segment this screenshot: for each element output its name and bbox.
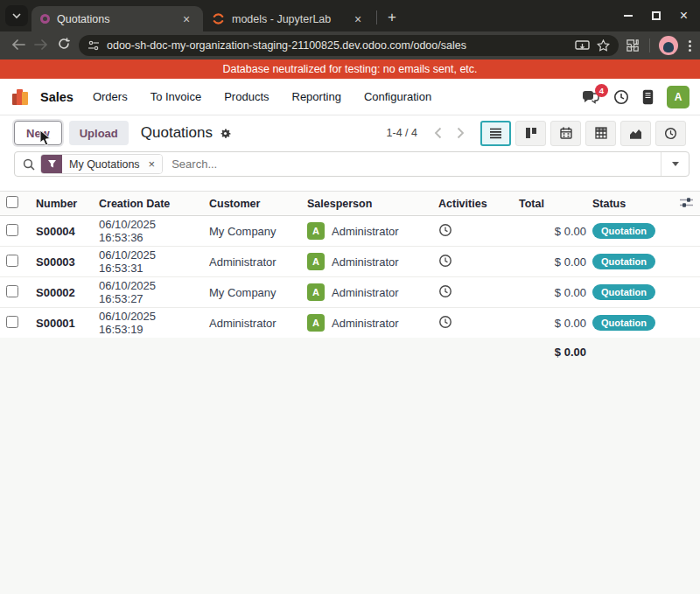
sales-app-icon[interactable] — [12, 87, 32, 107]
window-close-button[interactable]: × — [680, 11, 688, 20]
row-checkbox[interactable] — [6, 316, 18, 328]
view-settings-gear-icon[interactable] — [219, 127, 232, 140]
cell-customer[interactable]: My Company — [203, 216, 301, 247]
salesperson-name: Administrator — [332, 317, 399, 330]
cell-salesperson[interactable]: AAdministrator — [301, 308, 432, 339]
menu-to-invoice[interactable]: To Invoice — [150, 90, 202, 103]
cell-salesperson[interactable]: AAdministrator — [301, 277, 432, 308]
activity-clock-icon[interactable] — [438, 284, 452, 298]
window-maximize-button[interactable] — [652, 11, 661, 20]
cell-activities — [432, 277, 513, 308]
adjust-columns-icon[interactable] — [680, 197, 693, 208]
activity-clock-icon[interactable] — [438, 254, 452, 268]
extensions-puzzle-icon[interactable] — [626, 38, 640, 53]
search-bar[interactable]: My Quotations × — [14, 151, 690, 177]
menu-products[interactable]: Products — [224, 90, 269, 103]
url-bar[interactable]: odoo-sh-doc-my-organization-staging-2110… — [79, 35, 619, 56]
mobile-device-icon — [642, 89, 654, 105]
table-row[interactable]: S00004 06/10/2025 16:53:36 My Company AA… — [0, 216, 700, 247]
search-dropdown-toggle[interactable] — [661, 152, 689, 176]
window-minimize-button[interactable] — [624, 15, 633, 17]
cell-customer[interactable]: Administrator — [203, 308, 301, 339]
cell-creation-date[interactable]: 06/10/2025 16:53:27 — [93, 277, 203, 308]
activity-view-button[interactable] — [655, 121, 686, 146]
salesperson-name: Administrator — [332, 225, 399, 238]
messages-button[interactable]: 4 — [581, 89, 600, 105]
cell-total[interactable]: $ 0.00 — [513, 277, 586, 308]
activities-button[interactable] — [613, 89, 629, 105]
list-view-button[interactable] — [480, 121, 511, 146]
screencast-icon[interactable] — [575, 40, 590, 52]
tab-close-icon[interactable]: × — [350, 12, 366, 26]
cell-salesperson[interactable]: AAdministrator — [301, 247, 432, 277]
cell-number[interactable]: S00002 — [30, 277, 93, 308]
header-salesperson[interactable]: Salesperson — [301, 192, 432, 216]
cell-creation-date[interactable]: 06/10/2025 16:53:31 — [93, 247, 203, 277]
tab-quotations[interactable]: Quotations × — [32, 6, 203, 31]
header-status[interactable]: Status — [586, 192, 674, 216]
cell-total[interactable]: $ 0.00 — [513, 247, 586, 277]
cell-activities — [432, 216, 513, 247]
user-avatar[interactable]: A — [667, 86, 690, 108]
menu-configuration[interactable]: Configuration — [364, 90, 431, 103]
row-checkbox-cell — [0, 247, 30, 277]
back-button[interactable] — [7, 38, 30, 53]
row-checkbox[interactable] — [6, 285, 18, 297]
mouse-cursor — [39, 129, 53, 147]
pager-next-button[interactable] — [449, 122, 472, 144]
status-badge: Quotation — [592, 315, 655, 331]
cell-total[interactable]: $ 0.00 — [513, 308, 586, 339]
cell-activities — [432, 308, 513, 339]
select-all-checkbox[interactable] — [6, 196, 18, 208]
cell-number[interactable]: S00004 — [30, 216, 93, 247]
header-activities[interactable]: Activities — [432, 192, 513, 216]
tab-jupyterlab[interactable]: models - JupyterLab × — [203, 6, 374, 31]
cell-salesperson[interactable]: AAdministrator — [301, 216, 432, 247]
upload-button[interactable]: Upload — [69, 121, 129, 145]
reload-button[interactable] — [52, 38, 75, 53]
url-text[interactable]: odoo-sh-doc-my-organization-staging-2110… — [107, 39, 568, 52]
browser-menu-button[interactable] — [687, 38, 693, 53]
table-row[interactable]: S00001 06/10/2025 16:53:19 Administrator… — [0, 308, 700, 339]
header-creation-date[interactable]: Creation Date — [93, 192, 203, 216]
row-checkbox[interactable] — [6, 255, 18, 267]
salesperson-avatar: A — [307, 253, 325, 270]
forward-button[interactable] — [30, 38, 52, 53]
tab-search-button[interactable] — [5, 5, 28, 26]
calendar-view-button[interactable] — [550, 121, 581, 146]
app-name[interactable]: Sales — [40, 90, 74, 104]
cell-number[interactable]: S00001 — [30, 308, 93, 339]
header-customer[interactable]: Customer — [203, 192, 301, 216]
cell-customer[interactable]: My Company — [203, 277, 301, 308]
cell-spacer — [674, 216, 700, 247]
activity-clock-icon[interactable] — [438, 223, 452, 237]
cell-customer[interactable]: Administrator — [203, 247, 301, 277]
search-input[interactable] — [163, 157, 661, 171]
bookmark-star-icon[interactable] — [597, 39, 610, 52]
cell-creation-date[interactable]: 06/10/2025 16:53:19 — [93, 308, 203, 339]
cell-total[interactable]: $ 0.00 — [513, 216, 586, 247]
facet-remove-button[interactable]: × — [147, 155, 163, 173]
facet-label: My Quotations — [62, 155, 147, 173]
kanban-view-button[interactable] — [515, 121, 546, 146]
tab-close-icon[interactable]: × — [178, 12, 194, 26]
clock-icon — [613, 89, 629, 105]
pivot-view-button[interactable] — [585, 121, 616, 146]
row-checkbox[interactable] — [6, 224, 18, 236]
cell-creation-date[interactable]: 06/10/2025 16:53:36 — [93, 216, 203, 247]
menu-reporting[interactable]: Reporting — [292, 90, 341, 103]
graph-view-button[interactable] — [620, 121, 651, 146]
control-panel-right: 1-4 / 4 — [387, 121, 686, 146]
cell-number[interactable]: S00003 — [30, 247, 93, 277]
new-tab-button[interactable]: + — [381, 6, 403, 29]
install-app-button[interactable] — [642, 89, 654, 105]
table-row[interactable]: S00002 06/10/2025 16:53:27 My Company AA… — [0, 277, 700, 308]
header-number[interactable]: Number — [30, 192, 93, 216]
table-row[interactable]: S00003 06/10/2025 16:53:31 Administrator… — [0, 247, 700, 277]
menu-orders[interactable]: Orders — [93, 90, 128, 103]
activity-clock-icon[interactable] — [438, 315, 452, 329]
profile-avatar[interactable] — [659, 36, 678, 55]
header-total[interactable]: Total — [513, 192, 586, 216]
new-button[interactable]: New — [14, 121, 62, 145]
pager-previous-button[interactable] — [426, 122, 449, 144]
